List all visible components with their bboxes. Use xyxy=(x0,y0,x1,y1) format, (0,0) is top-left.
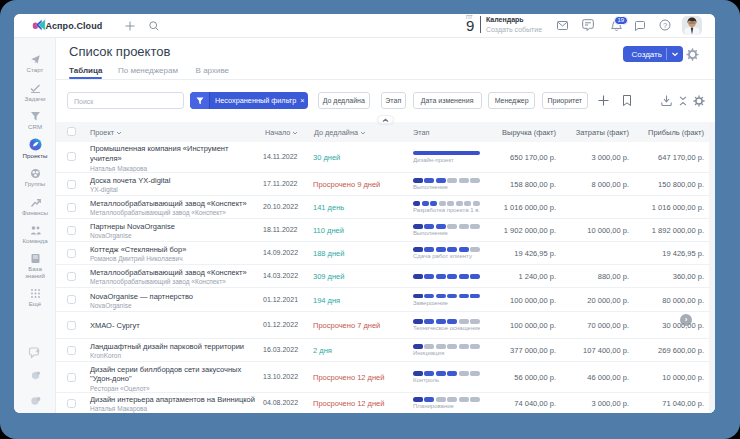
svg-text:?: ? xyxy=(663,21,667,30)
